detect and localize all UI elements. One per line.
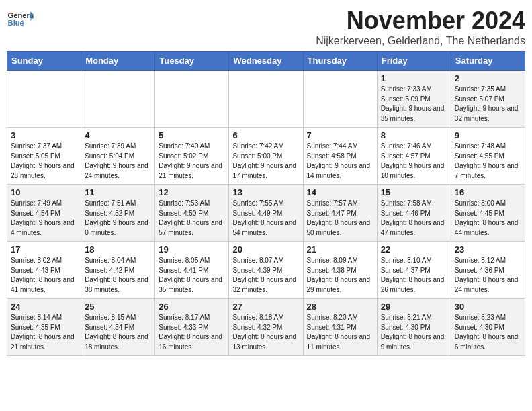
weekday-header-sunday: Sunday [7, 52, 81, 71]
day-info: Sunrise: 8:21 AM Sunset: 4:30 PM Dayligh… [381, 313, 447, 352]
day-number: 25 [85, 302, 151, 312]
day-info: Sunrise: 8:04 AM Sunset: 4:42 PM Dayligh… [85, 256, 151, 295]
calendar-cell: 13Sunrise: 7:55 AM Sunset: 4:49 PM Dayli… [229, 185, 303, 242]
day-number: 28 [307, 302, 373, 312]
weekday-header-row: SundayMondayTuesdayWednesdayThursdayFrid… [7, 52, 525, 71]
day-number: 6 [232, 130, 299, 140]
day-number: 20 [232, 244, 299, 255]
calendar-cell: 6Sunrise: 7:42 AM Sunset: 5:00 PM Daylig… [229, 128, 303, 185]
calendar-header: SundayMondayTuesdayWednesdayThursdayFrid… [7, 52, 525, 71]
calendar-cell: 10Sunrise: 7:49 AM Sunset: 4:54 PM Dayli… [7, 185, 81, 242]
weekday-header-wednesday: Wednesday [229, 52, 303, 71]
day-info: Sunrise: 7:40 AM Sunset: 5:02 PM Dayligh… [159, 142, 225, 181]
day-info: Sunrise: 8:02 AM Sunset: 4:43 PM Dayligh… [11, 256, 77, 295]
calendar-cell: 2Sunrise: 7:35 AM Sunset: 5:07 PM Daylig… [451, 71, 525, 128]
day-info: Sunrise: 7:39 AM Sunset: 5:04 PM Dayligh… [85, 142, 151, 181]
day-number: 26 [159, 302, 225, 312]
day-number: 23 [455, 244, 521, 255]
day-info: Sunrise: 8:05 AM Sunset: 4:41 PM Dayligh… [159, 256, 225, 295]
day-number: 27 [232, 302, 299, 312]
day-info: Sunrise: 8:07 AM Sunset: 4:39 PM Dayligh… [232, 256, 299, 295]
day-number: 24 [11, 302, 77, 312]
day-number: 12 [159, 187, 225, 197]
day-number: 13 [232, 187, 299, 197]
day-info: Sunrise: 7:55 AM Sunset: 4:49 PM Dayligh… [232, 199, 299, 238]
calendar-cell: 28Sunrise: 8:20 AM Sunset: 4:31 PM Dayli… [303, 299, 377, 356]
day-info: Sunrise: 8:12 AM Sunset: 4:36 PM Dayligh… [455, 256, 521, 295]
calendar-cell: 1Sunrise: 7:33 AM Sunset: 5:09 PM Daylig… [377, 71, 451, 128]
day-number: 14 [307, 187, 373, 197]
day-info: Sunrise: 7:33 AM Sunset: 5:09 PM Dayligh… [381, 85, 447, 124]
day-info: Sunrise: 8:17 AM Sunset: 4:33 PM Dayligh… [159, 313, 225, 352]
weekday-header-monday: Monday [81, 52, 155, 71]
day-number: 4 [85, 130, 151, 140]
calendar-cell: 4Sunrise: 7:39 AM Sunset: 5:04 PM Daylig… [81, 128, 155, 185]
calendar-cell: 9Sunrise: 7:48 AM Sunset: 4:55 PM Daylig… [451, 128, 525, 185]
day-info: Sunrise: 7:49 AM Sunset: 4:54 PM Dayligh… [11, 199, 77, 238]
weekday-header-thursday: Thursday [303, 52, 377, 71]
day-info: Sunrise: 7:58 AM Sunset: 4:46 PM Dayligh… [381, 199, 447, 238]
day-number: 7 [307, 130, 373, 140]
day-number: 16 [455, 187, 521, 197]
day-info: Sunrise: 7:37 AM Sunset: 5:05 PM Dayligh… [11, 142, 77, 181]
day-number: 3 [11, 130, 77, 140]
logo: General Blue [7, 7, 34, 28]
calendar-cell: 3Sunrise: 7:37 AM Sunset: 5:05 PM Daylig… [7, 128, 81, 185]
calendar-cell: 21Sunrise: 8:09 AM Sunset: 4:38 PM Dayli… [303, 242, 377, 299]
calendar-cell [155, 71, 229, 128]
calendar-cell: 14Sunrise: 7:57 AM Sunset: 4:47 PM Dayli… [303, 185, 377, 242]
header: General Blue November 2024 Nijkerkerveen… [7, 7, 525, 47]
calendar-body: 1Sunrise: 7:33 AM Sunset: 5:09 PM Daylig… [7, 71, 525, 356]
calendar-week-row: 3Sunrise: 7:37 AM Sunset: 5:05 PM Daylig… [7, 128, 525, 185]
day-number: 17 [11, 244, 77, 255]
calendar-table: SundayMondayTuesdayWednesdayThursdayFrid… [7, 51, 525, 356]
calendar-cell [81, 71, 155, 128]
day-number: 2 [455, 73, 521, 83]
day-number: 21 [307, 244, 373, 255]
day-info: Sunrise: 7:51 AM Sunset: 4:52 PM Dayligh… [85, 199, 151, 238]
calendar-cell: 17Sunrise: 8:02 AM Sunset: 4:43 PM Dayli… [7, 242, 81, 299]
day-number: 29 [381, 302, 447, 312]
calendar-cell: 16Sunrise: 8:00 AM Sunset: 4:45 PM Dayli… [451, 185, 525, 242]
calendar-cell [303, 71, 377, 128]
calendar-cell: 5Sunrise: 7:40 AM Sunset: 5:02 PM Daylig… [155, 128, 229, 185]
location-title: Nijkerkerveen, Gelderland, The Netherlan… [316, 35, 525, 47]
calendar-week-row: 1Sunrise: 7:33 AM Sunset: 5:09 PM Daylig… [7, 71, 525, 128]
day-info: Sunrise: 8:10 AM Sunset: 4:37 PM Dayligh… [381, 256, 447, 295]
calendar-cell: 26Sunrise: 8:17 AM Sunset: 4:33 PM Dayli… [155, 299, 229, 356]
calendar-cell: 11Sunrise: 7:51 AM Sunset: 4:52 PM Dayli… [81, 185, 155, 242]
day-info: Sunrise: 7:53 AM Sunset: 4:50 PM Dayligh… [159, 199, 225, 238]
day-info: Sunrise: 7:48 AM Sunset: 4:55 PM Dayligh… [455, 142, 521, 181]
svg-text:Blue: Blue [8, 19, 24, 27]
calendar-cell: 15Sunrise: 7:58 AM Sunset: 4:46 PM Dayli… [377, 185, 451, 242]
calendar-cell: 23Sunrise: 8:12 AM Sunset: 4:36 PM Dayli… [451, 242, 525, 299]
day-number: 22 [381, 244, 447, 255]
calendar-cell: 24Sunrise: 8:14 AM Sunset: 4:35 PM Dayli… [7, 299, 81, 356]
calendar-cell: 30Sunrise: 8:23 AM Sunset: 4:30 PM Dayli… [451, 299, 525, 356]
month-title: November 2024 [316, 7, 525, 35]
weekday-header-tuesday: Tuesday [155, 52, 229, 71]
day-number: 30 [455, 302, 521, 312]
day-info: Sunrise: 7:44 AM Sunset: 4:58 PM Dayligh… [307, 142, 373, 181]
day-info: Sunrise: 8:23 AM Sunset: 4:30 PM Dayligh… [455, 313, 521, 352]
calendar-cell: 7Sunrise: 7:44 AM Sunset: 4:58 PM Daylig… [303, 128, 377, 185]
day-number: 1 [381, 73, 447, 83]
generalblue-logo-icon: General Blue [7, 9, 34, 28]
day-number: 5 [159, 130, 225, 140]
calendar-cell [229, 71, 303, 128]
day-number: 8 [381, 130, 447, 140]
day-info: Sunrise: 8:20 AM Sunset: 4:31 PM Dayligh… [307, 313, 373, 352]
day-info: Sunrise: 7:42 AM Sunset: 5:00 PM Dayligh… [232, 142, 299, 181]
day-number: 10 [11, 187, 77, 197]
calendar-week-row: 17Sunrise: 8:02 AM Sunset: 4:43 PM Dayli… [7, 242, 525, 299]
day-number: 9 [455, 130, 521, 140]
calendar-cell: 25Sunrise: 8:15 AM Sunset: 4:34 PM Dayli… [81, 299, 155, 356]
calendar-cell: 18Sunrise: 8:04 AM Sunset: 4:42 PM Dayli… [81, 242, 155, 299]
calendar-week-row: 10Sunrise: 7:49 AM Sunset: 4:54 PM Dayli… [7, 185, 525, 242]
day-info: Sunrise: 8:09 AM Sunset: 4:38 PM Dayligh… [307, 256, 373, 295]
calendar-cell: 12Sunrise: 7:53 AM Sunset: 4:50 PM Dayli… [155, 185, 229, 242]
day-info: Sunrise: 8:15 AM Sunset: 4:34 PM Dayligh… [85, 313, 151, 352]
calendar-week-row: 24Sunrise: 8:14 AM Sunset: 4:35 PM Dayli… [7, 299, 525, 356]
day-info: Sunrise: 8:00 AM Sunset: 4:45 PM Dayligh… [455, 199, 521, 238]
day-info: Sunrise: 7:46 AM Sunset: 4:57 PM Dayligh… [381, 142, 447, 181]
